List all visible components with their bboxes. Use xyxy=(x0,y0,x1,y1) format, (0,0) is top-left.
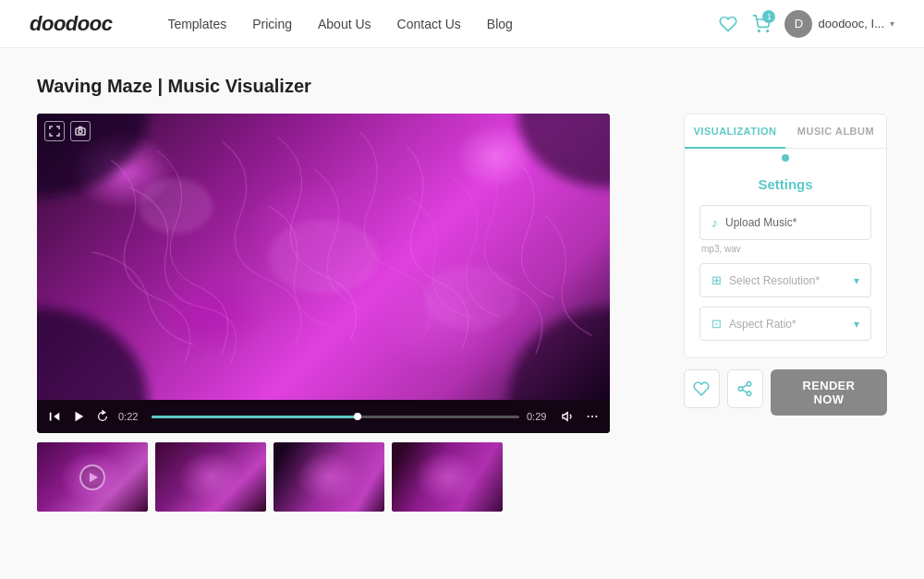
svg-point-5 xyxy=(508,308,610,400)
svg-point-6 xyxy=(268,220,379,294)
heart-icon[interactable] xyxy=(718,14,738,34)
nav-blog[interactable]: Blog xyxy=(487,17,513,31)
skip-back-button[interactable] xyxy=(46,408,63,425)
svg-line-18 xyxy=(743,390,748,392)
progress-bar[interactable] xyxy=(152,416,519,418)
content-area: 0:22 0:29 xyxy=(37,114,887,512)
video-controls: 0:22 0:29 xyxy=(37,400,610,433)
svg-point-16 xyxy=(739,387,744,392)
active-indicator-dot xyxy=(782,154,789,162)
panel-tabs: VISUALIZATION MUSIC ALBUM xyxy=(685,115,886,149)
video-player: 0:22 0:29 xyxy=(37,114,610,433)
time-total: 0:29 xyxy=(527,411,553,422)
resolution-placeholder: Select Resolution* xyxy=(729,274,820,287)
active-dot-container xyxy=(685,149,886,163)
resolution-icon: ⊞ xyxy=(711,273,722,287)
thumbnail-3[interactable] xyxy=(274,442,384,512)
panel-body: Settings ♪ Upload Music* mp3, wav ⊞ Sele… xyxy=(685,163,886,357)
thumbnail-4[interactable] xyxy=(392,442,503,512)
thumbnail-2[interactable] xyxy=(155,442,266,512)
resolution-dropdown-left: ⊞ Select Resolution* xyxy=(711,273,820,287)
fullscreen-icon[interactable] xyxy=(44,121,65,141)
nav-pricing[interactable]: Pricing xyxy=(252,17,292,31)
cart-icon[interactable]: 1 xyxy=(751,14,772,34)
volume-button[interactable] xyxy=(560,408,577,425)
svg-point-7 xyxy=(139,178,213,234)
progress-fill xyxy=(152,416,358,418)
refresh-button[interactable] xyxy=(94,408,111,425)
settings-card: VISUALIZATION MUSIC ALBUM Settings ♪ Upl… xyxy=(684,114,887,358)
favorite-button[interactable] xyxy=(684,369,720,408)
maze-visual xyxy=(37,114,610,400)
cart-badge: 1 xyxy=(762,10,775,23)
svg-point-0 xyxy=(759,30,760,31)
logo[interactable]: doodooc xyxy=(30,12,112,36)
svg-marker-11 xyxy=(76,412,84,422)
tab-music-album[interactable]: MUSIC ALBUM xyxy=(785,115,886,148)
resolution-dropdown[interactable]: ⊞ Select Resolution* ▾ xyxy=(699,263,871,297)
svg-point-17 xyxy=(748,392,752,396)
video-thumbnail xyxy=(37,114,610,400)
svg-line-19 xyxy=(743,385,748,388)
video-section: 0:22 0:29 xyxy=(37,114,665,512)
aspect-ratio-dropdown[interactable]: ⊡ Aspect Ratio* ▾ xyxy=(699,307,871,341)
music-note-icon: ♪ xyxy=(711,215,718,230)
svg-point-4 xyxy=(37,308,148,400)
share-button[interactable] xyxy=(727,369,763,408)
aspect-ratio-icon: ⊡ xyxy=(711,317,722,331)
tab-visualization[interactable]: VISUALIZATION xyxy=(685,115,785,148)
user-name: doodooc, I... xyxy=(818,17,884,30)
page-title: Waving Maze | Music Visualizer xyxy=(37,76,887,97)
progress-thumb xyxy=(354,413,361,420)
render-now-button[interactable]: RENDER NOW xyxy=(771,369,887,416)
main-content: Waving Maze | Music Visualizer xyxy=(0,48,924,539)
right-panel: VISUALIZATION MUSIC ALBUM Settings ♪ Upl… xyxy=(684,114,887,416)
user-menu[interactable]: D doodooc, I... ▾ xyxy=(784,10,894,38)
video-overlay-icons xyxy=(44,121,91,141)
play-triangle-icon xyxy=(90,473,98,482)
play-circle-icon xyxy=(79,464,105,490)
svg-point-12 xyxy=(588,416,590,417)
thumb-image-1 xyxy=(37,442,148,512)
thumb-image-2 xyxy=(155,442,266,512)
thumbnails xyxy=(37,442,665,512)
nav-templates[interactable]: Templates xyxy=(167,17,226,31)
thumb-image-4 xyxy=(392,442,503,512)
nav-right: 1 D doodooc, I... ▾ xyxy=(718,10,894,38)
svg-point-3 xyxy=(517,114,610,187)
svg-point-15 xyxy=(748,382,752,387)
thumb-image-3 xyxy=(274,442,384,512)
time-current: 0:22 xyxy=(118,411,144,422)
svg-point-13 xyxy=(591,416,593,417)
chevron-down-icon: ▾ xyxy=(890,18,894,29)
aspect-ratio-placeholder: Aspect Ratio* xyxy=(729,318,796,331)
aspect-ratio-dropdown-left: ⊡ Aspect Ratio* xyxy=(711,317,796,331)
resolution-chevron-icon: ▾ xyxy=(854,274,859,287)
upload-music-label: Upload Music* xyxy=(725,216,796,229)
nav-links: Templates Pricing About Us Contact Us Bl… xyxy=(167,17,718,31)
panel-footer: RENDER NOW xyxy=(684,369,887,416)
svg-point-14 xyxy=(595,416,597,417)
user-avatar: D xyxy=(784,10,812,38)
navbar: doodooc Templates Pricing About Us Conta… xyxy=(0,0,924,48)
upload-formats-note: mp3, wav xyxy=(699,244,871,254)
svg-point-1 xyxy=(767,30,769,31)
nav-about[interactable]: About Us xyxy=(318,17,371,31)
nav-contact[interactable]: Contact Us xyxy=(397,17,461,31)
upload-music-button[interactable]: ♪ Upload Music* xyxy=(699,205,871,240)
aspect-ratio-chevron-icon: ▾ xyxy=(854,318,859,331)
more-button[interactable] xyxy=(584,408,601,425)
thumbnail-1[interactable] xyxy=(37,442,148,512)
camera-icon[interactable] xyxy=(70,121,91,141)
svg-point-8 xyxy=(425,266,517,331)
play-button[interactable] xyxy=(70,408,87,425)
svg-point-10 xyxy=(79,130,82,134)
settings-title: Settings xyxy=(699,176,871,192)
